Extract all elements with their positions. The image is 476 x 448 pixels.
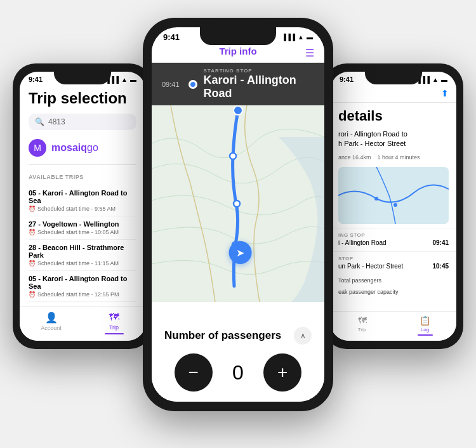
navigator-icon: ➤ bbox=[229, 241, 252, 264]
list-item[interactable]: 28 - Beacon Hill - Strathmore Park ⏰ Sch… bbox=[29, 240, 136, 271]
stat-1: Total passengers bbox=[331, 275, 456, 286]
trip-list: 05 - Karori - Allington Road to Sea ⏰ Sc… bbox=[29, 185, 136, 302]
trip-info-title: Trip info bbox=[219, 46, 256, 56]
right-notch bbox=[365, 72, 422, 84]
stop-departure-time: 09:41 bbox=[162, 81, 180, 88]
clock-icon: ⏰ bbox=[29, 206, 36, 212]
right-tab-log[interactable]: 📋 Log bbox=[393, 315, 456, 336]
panel-header: Number of passengers ∧ bbox=[164, 327, 312, 345]
menu-icon[interactable]: ☰ bbox=[305, 47, 314, 59]
trip-icon: 🗺 bbox=[109, 312, 119, 323]
active-tab-indicator bbox=[418, 334, 433, 336]
right-map bbox=[338, 167, 449, 224]
wifi-icon: ▲ bbox=[432, 76, 439, 83]
increase-passenger-button[interactable]: + bbox=[263, 353, 301, 392]
svg-point-3 bbox=[234, 201, 240, 207]
trip-selection-title: Trip selection bbox=[29, 89, 136, 107]
duration-label: 1 hour 4 minutes bbox=[378, 154, 420, 161]
left-screen: 9:41 ▐▐▐ ▲ ▬ Trip selection 🔍 4813 M mos… bbox=[20, 72, 145, 341]
stop-dot bbox=[188, 80, 197, 89]
svg-point-7 bbox=[393, 203, 397, 207]
distance-label: ance 16.4km bbox=[338, 154, 371, 161]
center-time: 9:41 bbox=[163, 32, 180, 42]
right-tab-trip[interactable]: 🗺 Trip bbox=[331, 315, 393, 336]
starting-stop-section: ING STOP i - Allington Road 09:41 bbox=[331, 228, 456, 251]
route-meta: ance 16.4km 1 hour 4 minutes bbox=[331, 152, 456, 163]
starting-stop-section-label: ING STOP bbox=[338, 232, 449, 238]
starting-stop-name: i - Allington Road bbox=[338, 239, 387, 246]
active-tab-indicator bbox=[105, 333, 124, 334]
wifi-icon: ▲ bbox=[121, 76, 128, 83]
logo-area: M mosaiqgo bbox=[29, 139, 136, 165]
log-icon: 📋 bbox=[420, 315, 430, 326]
trip-time: ⏰ Scheduled start time - 10:05 AM bbox=[29, 229, 136, 235]
panel-title: Number of passengers bbox=[164, 329, 281, 342]
right-map-svg bbox=[338, 167, 449, 224]
trip-map-icon: 🗺 bbox=[358, 315, 367, 326]
center-notch bbox=[200, 27, 276, 45]
search-box[interactable]: 🔍 4813 bbox=[29, 114, 136, 130]
trip-time: ⏰ Scheduled start time - 11:15 AM bbox=[29, 260, 136, 267]
passenger-panel: Number of passengers ∧ − 0 + bbox=[152, 317, 324, 402]
clock-icon: ⏰ bbox=[29, 229, 36, 235]
starting-stop-name: Karori - Allington Road bbox=[204, 74, 314, 100]
right-screen: 9:41 ▐▐▐ ▲ ▬ ⬆ details rori - Allington … bbox=[331, 72, 456, 341]
starting-stop-row: i - Allington Road 09:41 bbox=[338, 238, 449, 247]
trip-name: 05 - Karori - Allington Road to Sea bbox=[29, 275, 136, 290]
svg-point-2 bbox=[230, 153, 236, 159]
search-value: 4813 bbox=[48, 117, 65, 126]
list-item[interactable]: 05 - Karori - Allington Road to Sea ⏰ Sc… bbox=[29, 185, 136, 216]
account-icon: 👤 bbox=[45, 312, 58, 324]
available-trips-label: AVAILABLE TRIPS bbox=[29, 174, 136, 180]
trip-time: ⏰ Scheduled start time - 9:55 AM bbox=[29, 206, 136, 212]
list-item[interactable]: 27 - Vogeltown - Wellington ⏰ Scheduled … bbox=[29, 216, 136, 240]
passenger-controls: − 0 + bbox=[164, 353, 312, 392]
svg-point-1 bbox=[234, 106, 242, 115]
battery-icon: ▬ bbox=[130, 76, 136, 83]
left-time: 9:41 bbox=[29, 76, 43, 83]
passenger-count: 0 bbox=[232, 361, 244, 385]
battery-icon: ▬ bbox=[441, 76, 447, 83]
search-icon: 🔍 bbox=[35, 117, 44, 126]
right-tab-bar: 🗺 Trip 📋 Log bbox=[331, 311, 456, 341]
trip-time: ⏰ Scheduled start time - 12:55 PM bbox=[29, 291, 136, 298]
ending-stop-section-label: STOP bbox=[338, 256, 449, 261]
map-background-svg bbox=[152, 105, 324, 302]
center-phone: 9:41 ▐▐▐ ▲ ▬ Trip info ☰ 09:41 STARTING … bbox=[143, 18, 333, 411]
right-phone: 9:41 ▐▐▐ ▲ ▬ ⬆ details rori - Allington … bbox=[324, 63, 463, 349]
route-detail: rori - Allington Road to h Park - Hector… bbox=[331, 127, 456, 152]
svg-point-6 bbox=[374, 197, 378, 201]
clock-icon: ⏰ bbox=[29, 291, 36, 298]
mosaiq-logo-icon: M bbox=[29, 139, 46, 157]
logo-text: mosaiqgo bbox=[51, 142, 98, 154]
starting-stop-label: STARTING STOP bbox=[204, 68, 314, 74]
trip-name: 27 - Vogeltown - Wellington bbox=[29, 220, 136, 228]
tab-account[interactable]: 👤 Account bbox=[20, 312, 83, 334]
center-status-icons: ▐▐▐ ▲ ▬ bbox=[282, 34, 313, 41]
decrease-passenger-button[interactable]: − bbox=[175, 353, 213, 392]
starting-stop-time: 09:41 bbox=[432, 239, 449, 246]
share-icon[interactable]: ⬆ bbox=[441, 88, 449, 98]
map-area: ➤ bbox=[152, 105, 324, 302]
clock-icon: ⏰ bbox=[29, 260, 36, 267]
left-content: Trip selection 🔍 4813 M mosaiqgo AVAILAB… bbox=[20, 84, 145, 307]
ending-stop-row: un Park - Hector Street 10:45 bbox=[338, 261, 449, 271]
stop-info: STARTING STOP Karori - Allington Road bbox=[204, 68, 314, 100]
ending-stop-section: STOP un Park - Hector Street 10:45 bbox=[331, 251, 456, 275]
tab-trip[interactable]: 🗺 Trip bbox=[83, 312, 145, 334]
battery-icon: ▬ bbox=[307, 34, 313, 41]
trip-name: 28 - Beacon Hill - Strathmore Park bbox=[29, 244, 136, 259]
list-item[interactable]: 05 - Karori - Allington Road to Sea ⏰ Sc… bbox=[29, 271, 136, 302]
left-phone: 9:41 ▐▐▐ ▲ ▬ Trip selection 🔍 4813 M mos… bbox=[13, 63, 152, 349]
starting-stop-bar: 09:41 STARTING STOP Karori - Allington R… bbox=[152, 63, 324, 105]
right-page-title: details bbox=[331, 103, 456, 127]
right-header: ⬆ bbox=[331, 84, 456, 103]
center-screen: 9:41 ▐▐▐ ▲ ▬ Trip info ☰ 09:41 STARTING … bbox=[152, 27, 324, 402]
chevron-up-icon[interactable]: ∧ bbox=[294, 327, 312, 345]
left-tab-bar: 👤 Account 🗺 Trip bbox=[20, 306, 145, 341]
ending-stop-name: un Park - Hector Street bbox=[338, 263, 403, 270]
stat-2: eak passenger capacity bbox=[331, 286, 456, 298]
right-time: 9:41 bbox=[340, 76, 354, 83]
center-header: Trip info ☰ bbox=[152, 43, 324, 63]
trip-name: 05 - Karori - Allington Road to Sea bbox=[29, 189, 136, 204]
